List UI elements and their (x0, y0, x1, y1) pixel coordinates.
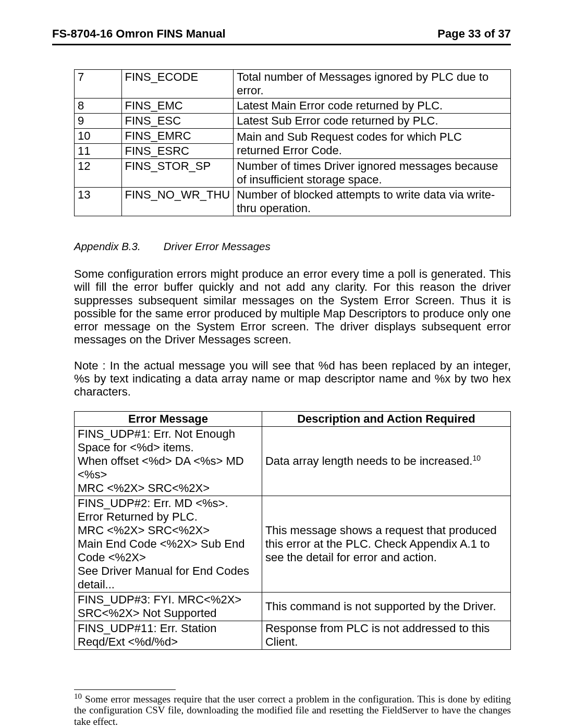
error-message-cell: FINS_UDP#11: Err. Station Reqd/Ext <%d/%… (75, 621, 262, 649)
col-header: Description and Action Required (262, 411, 510, 426)
cell-name: FINS_ESRC (121, 144, 234, 159)
cell-num: 8 (75, 98, 122, 114)
cell-desc: Main and Sub Request codes for which PLC… (234, 129, 511, 159)
cell-num: 13 (75, 188, 122, 216)
table-row: FINS_UDP#1: Err. Not Enough Space for <%… (75, 426, 511, 496)
cell-num: 12 (75, 159, 122, 188)
error-desc-cell: This command is not supported by the Dri… (262, 592, 510, 621)
table-header-row: Error Message Description and Action Req… (75, 411, 511, 426)
footnote-separator (74, 689, 176, 690)
table-row: FINS_UDP#11: Err. Station Reqd/Ext <%d/%… (75, 621, 511, 649)
error-message-cell: FINS_UDP#1: Err. Not Enough Space for <%… (75, 426, 262, 496)
cell-name: FINS_STOR_SP (121, 159, 234, 188)
header-right: Page 33 of 37 (437, 27, 511, 41)
table-row: 9 FINS_ESC Latest Sub Error code returne… (75, 114, 511, 129)
cell-num: 9 (75, 114, 122, 129)
footnote-ref: 10 (472, 454, 481, 462)
content: 7 FINS_ECODE Total number of Messages ig… (74, 69, 511, 727)
cell-name: FINS_NO_WR_THU (121, 188, 234, 216)
table-row: 13 FINS_NO_WR_THU Number of blocked atte… (75, 188, 511, 216)
cell-num: 7 (75, 70, 122, 98)
table-row: 7 FINS_ECODE Total number of Messages ig… (75, 70, 511, 98)
cell-desc: Number of blocked attempts to write data… (234, 188, 511, 216)
error-desc-cell: Data array length needs to be increased.… (262, 426, 510, 496)
footnote-number: 10 (74, 692, 82, 700)
header-left: FS-8704-16 Omron FINS Manual (52, 27, 226, 41)
cell-desc: Latest Main Error code returned by PLC. (234, 98, 511, 114)
section-title: Driver Error Messages (164, 240, 271, 252)
cell-name: FINS_ESC (121, 114, 234, 129)
error-message-cell: FINS_UDP#3: FYI. MRC<%2X> SRC<%2X> Not S… (75, 592, 262, 621)
cell-name: FINS_EMRC (121, 129, 234, 144)
cell-name: FINS_EMC (121, 98, 234, 114)
cell-num: 11 (75, 144, 122, 159)
cell-name: FINS_ECODE (121, 70, 234, 98)
cell-num: 10 (75, 129, 122, 144)
table-row: 12 FINS_STOR_SP Number of times Driver i… (75, 159, 511, 188)
cell-desc: Latest Sub Error code returned by PLC. (234, 114, 511, 129)
desc-text: Data array length needs to be increased. (265, 454, 472, 467)
page: FS-8704-16 Omron FINS Manual Page 33 of … (0, 0, 563, 728)
footnote-text: Some error messages require that the use… (74, 694, 511, 727)
section-label: Appendix B.3. (74, 240, 141, 252)
error-desc-cell: Response from PLC is not addressed to th… (262, 621, 510, 649)
col-header: Error Message (75, 411, 262, 426)
section-heading: Appendix B.3.Driver Error Messages (74, 240, 511, 253)
table-row: FINS_UDP#2: Err. MD <%s>. Error Returned… (75, 496, 511, 592)
page-header: FS-8704-16 Omron FINS Manual Page 33 of … (52, 27, 511, 45)
paragraph: Note : In the actual message you will se… (74, 359, 511, 399)
table-row: FINS_UDP#3: FYI. MRC<%2X> SRC<%2X> Not S… (75, 592, 511, 621)
errors-table: Error Message Description and Action Req… (74, 411, 511, 650)
cell-desc: Number of times Driver ignored messages … (234, 159, 511, 188)
table-row: 8 FINS_EMC Latest Main Error code return… (75, 98, 511, 114)
table-row: 10 FINS_EMRC Main and Sub Request codes … (75, 129, 511, 144)
paragraph: Some configuration errors might produce … (74, 267, 511, 347)
cell-desc: Total number of Messages ignored by PLC … (234, 70, 511, 98)
stats-table: 7 FINS_ECODE Total number of Messages ig… (74, 69, 511, 216)
footnote: 10 Some error messages require that the … (74, 692, 511, 727)
error-message-cell: FINS_UDP#2: Err. MD <%s>. Error Returned… (75, 496, 262, 592)
error-desc-cell: This message shows a request that produc… (262, 496, 510, 592)
